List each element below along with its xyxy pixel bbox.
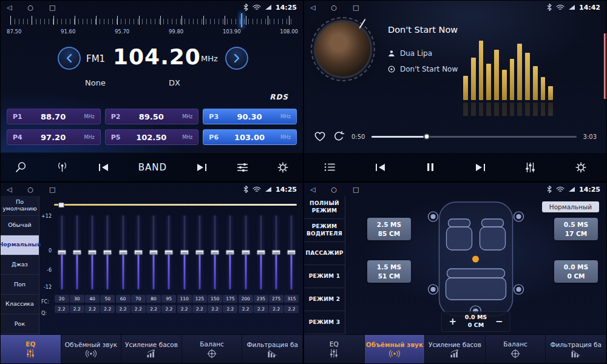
next-button[interactable] bbox=[196, 163, 207, 172]
recents-icon[interactable]: □ bbox=[49, 4, 55, 12]
tab-eq[interactable]: EQ bbox=[1, 335, 61, 363]
band-gain-slider[interactable] bbox=[223, 215, 238, 289]
preset-button[interactable]: P1 88.70 MHz bbox=[7, 109, 101, 124]
home-icon[interactable]: ○ bbox=[27, 4, 33, 12]
back-icon[interactable]: ◁ bbox=[310, 186, 315, 194]
listening-mode-item[interactable]: РЕЖИМ 1 bbox=[304, 265, 345, 288]
tab-eq[interactable]: EQ bbox=[304, 335, 365, 363]
slider-knob[interactable] bbox=[57, 250, 66, 255]
recents-icon[interactable]: □ bbox=[49, 186, 55, 194]
slider-knob[interactable] bbox=[72, 250, 81, 255]
tab-filter[interactable]: Фильтрация ба bbox=[546, 335, 606, 363]
back-icon[interactable]: ◁ bbox=[7, 4, 12, 12]
listening-mode-item[interactable]: РЕЖИМ ВОДИТЕЛЯ bbox=[304, 219, 345, 242]
slider-knob[interactable] bbox=[195, 250, 204, 255]
band-gain-slider[interactable] bbox=[177, 215, 192, 289]
band-gain-slider[interactable] bbox=[284, 215, 299, 289]
slider-knob[interactable] bbox=[180, 250, 189, 255]
home-icon[interactable]: ○ bbox=[27, 186, 33, 194]
delay-front-left[interactable]: 2.5 MS 85 CM bbox=[367, 218, 411, 240]
listening-mode-item[interactable]: ПОЛНЫЙ РЕЖИМ bbox=[304, 196, 345, 219]
band-gain-slider[interactable] bbox=[69, 215, 84, 289]
recents-icon[interactable]: □ bbox=[353, 186, 359, 194]
slider-knob[interactable] bbox=[241, 250, 250, 255]
band-gain-slider[interactable] bbox=[269, 215, 284, 289]
slider-knob[interactable] bbox=[88, 250, 97, 255]
tab-surround[interactable]: Объёмный звук bbox=[365, 335, 426, 363]
slider-knob[interactable] bbox=[118, 250, 127, 255]
mixer-button[interactable] bbox=[525, 162, 535, 173]
broadcast-button[interactable] bbox=[56, 162, 69, 172]
listening-mode-item[interactable]: РЕЖИМ 3 bbox=[304, 311, 345, 334]
band-gain-slider[interactable] bbox=[192, 215, 207, 289]
listening-mode-item[interactable]: ПАССАЖИР bbox=[304, 242, 345, 265]
previous-button[interactable] bbox=[375, 163, 386, 172]
band-gain-slider[interactable] bbox=[253, 215, 268, 289]
preset-button[interactable]: P6 103.00 MHz bbox=[203, 129, 297, 145]
preset-button[interactable]: P2 89.50 MHz bbox=[105, 109, 199, 124]
pause-button[interactable] bbox=[426, 163, 435, 172]
home-icon[interactable]: ○ bbox=[331, 186, 337, 194]
slider-knob[interactable] bbox=[103, 250, 112, 255]
tab-balance[interactable]: Баланс bbox=[182, 335, 243, 363]
tab-filter[interactable]: Фильтрация ба bbox=[242, 335, 303, 363]
eq-preset-item[interactable]: Поп bbox=[1, 275, 39, 295]
back-icon[interactable]: ◁ bbox=[310, 4, 315, 12]
playlist-button[interactable] bbox=[324, 163, 336, 172]
band-gain-slider[interactable] bbox=[54, 215, 69, 289]
tab-surround[interactable]: Объёмный звук bbox=[61, 335, 122, 363]
tab-bass-boost[interactable]: Усиление басов bbox=[121, 335, 182, 363]
preset-button[interactable]: P4 97.20 MHz bbox=[7, 129, 101, 145]
band-gain-slider[interactable] bbox=[131, 215, 146, 289]
next-button[interactable] bbox=[475, 163, 486, 172]
listening-mode-item[interactable]: РЕЖИМ 2 bbox=[304, 288, 345, 311]
master-level-knob[interactable] bbox=[58, 202, 64, 207]
band-gain-slider[interactable] bbox=[146, 215, 161, 289]
slider-knob[interactable] bbox=[211, 250, 220, 255]
delay-rear-left[interactable]: 1.5 MS 51 CM bbox=[367, 260, 411, 283]
preset-button[interactable]: P3 90.30 MHz bbox=[203, 109, 297, 124]
eq-preset-item[interactable]: Джаз bbox=[1, 255, 39, 275]
tone-settings-button[interactable] bbox=[237, 163, 248, 172]
recents-icon[interactable]: □ bbox=[353, 4, 359, 12]
slider-knob[interactable] bbox=[164, 250, 174, 255]
band-gain-slider[interactable] bbox=[208, 215, 223, 289]
eq-preset-item[interactable]: Нормальный bbox=[1, 235, 39, 255]
increase-button[interactable]: + bbox=[448, 316, 458, 327]
seek-down-button[interactable] bbox=[58, 47, 81, 70]
preset-button[interactable]: P5 102.50 MHz bbox=[105, 129, 199, 145]
surround-preset-button[interactable]: Нормальный bbox=[542, 201, 599, 212]
settings-button[interactable] bbox=[575, 162, 586, 173]
eq-preset-item[interactable]: Классика bbox=[1, 295, 39, 315]
decrease-button[interactable]: − bbox=[494, 316, 504, 327]
master-level-slider[interactable] bbox=[54, 204, 297, 206]
progress-slider[interactable] bbox=[371, 136, 576, 138]
delay-rear-right[interactable]: 0.0 MS 0 CM bbox=[554, 260, 598, 283]
delay-front-right[interactable]: 0.5 MS 17 CM bbox=[554, 218, 598, 240]
slider-knob[interactable] bbox=[287, 250, 296, 255]
slider-knob[interactable] bbox=[134, 250, 143, 255]
band-gain-slider[interactable] bbox=[100, 215, 115, 289]
progress-knob[interactable] bbox=[424, 133, 430, 140]
slider-knob[interactable] bbox=[272, 250, 281, 255]
previous-button[interactable] bbox=[98, 163, 109, 172]
band-gain-slider[interactable] bbox=[85, 215, 100, 289]
band-gain-slider[interactable] bbox=[238, 215, 253, 289]
favorite-button[interactable] bbox=[314, 131, 326, 142]
settings-button[interactable] bbox=[277, 162, 288, 173]
seek-up-button[interactable] bbox=[225, 47, 248, 70]
eq-preset-item[interactable]: По умолчанию bbox=[1, 196, 39, 216]
band-button[interactable]: BAND bbox=[138, 162, 167, 173]
slider-knob[interactable] bbox=[149, 250, 158, 255]
search-button[interactable] bbox=[15, 161, 27, 173]
home-icon[interactable]: ○ bbox=[331, 4, 337, 12]
repeat-button[interactable] bbox=[333, 131, 345, 142]
slider-knob[interactable] bbox=[226, 250, 235, 255]
slider-knob[interactable] bbox=[256, 250, 265, 255]
tab-bass-boost[interactable]: Усиление басов bbox=[425, 335, 486, 363]
tab-balance[interactable]: Баланс bbox=[486, 335, 546, 363]
back-icon[interactable]: ◁ bbox=[7, 186, 12, 194]
band-gain-slider[interactable] bbox=[115, 215, 131, 289]
eq-preset-item[interactable]: Обычай bbox=[1, 216, 39, 236]
album-art[interactable] bbox=[314, 20, 372, 78]
